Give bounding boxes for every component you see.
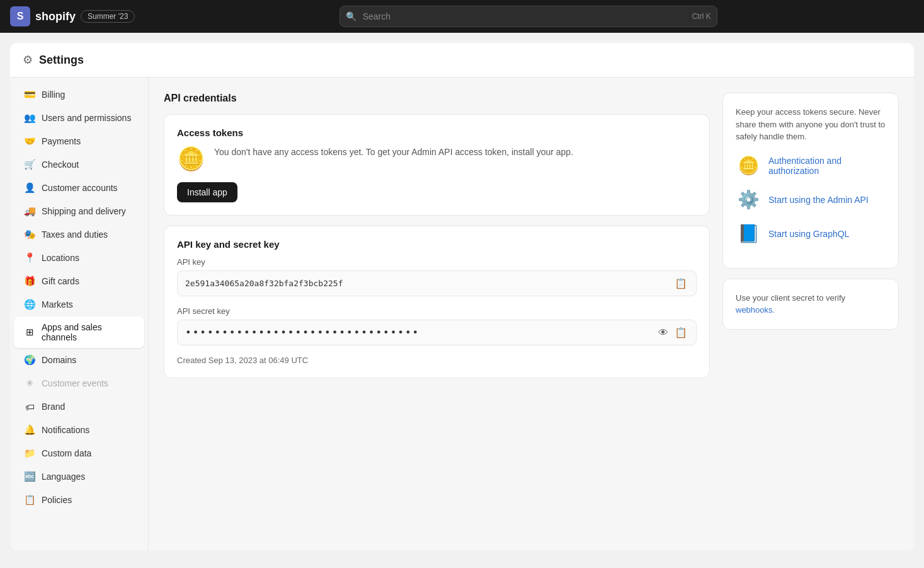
sidebar-item-users[interactable]: 👥Users and permissions — [14, 107, 144, 129]
sidebar-icon-domains: 🌍 — [24, 354, 35, 366]
webhook-link[interactable]: webhooks. — [736, 305, 775, 315]
sidebar-item-locations[interactable]: 📍Locations — [14, 246, 144, 269]
shopify-logo-icon: S — [10, 6, 30, 26]
sidebar-item-notifications[interactable]: 🔔Notifications — [14, 419, 144, 441]
resource-link-3[interactable]: Start using GraphQL — [768, 229, 849, 239]
section-title: API credentials — [164, 93, 710, 104]
sidebar-label-custom-data: Custom data — [42, 448, 91, 458]
topbar: S shopify Summer '23 🔍 Ctrl K — [0, 0, 924, 33]
search-input[interactable] — [339, 6, 717, 27]
api-secret-row: •••••••••••••••••••••••••••••••• 👁 📋 — [177, 320, 697, 345]
content-left: API credentials Access tokens 🪙 You don'… — [164, 93, 710, 535]
summer-badge: Summer '23 — [81, 10, 135, 23]
token-message: You don't have any access tokens yet. To… — [214, 146, 573, 159]
sidebar-icon-custom-data: 📁 — [24, 448, 35, 459]
shopify-logo: S shopify Summer '23 — [10, 6, 135, 26]
api-secret-value: •••••••••••••••••••••••••••••••• — [185, 327, 652, 339]
sidebar-icon-apps: ⊞ — [24, 327, 35, 338]
sidebar-item-policies[interactable]: 📋Policies — [14, 489, 144, 511]
sidebar-item-payments[interactable]: 🤝Payments — [14, 130, 144, 153]
main-content: API credentials Access tokens 🪙 You don'… — [149, 78, 914, 550]
page-wrapper: ⚙ Settings 💳Billing👥Users and permission… — [0, 33, 924, 568]
resource-link-2[interactable]: Start using the Admin API — [768, 195, 869, 205]
sidebar-item-customer-accounts[interactable]: 👤Customer accounts — [14, 177, 144, 199]
api-key-card: API key and secret key API key 2e591a340… — [164, 226, 710, 378]
sidebar-label-taxes: Taxes and duties — [42, 229, 108, 240]
sidebar-label-customer-accounts: Customer accounts — [42, 183, 118, 193]
sidebar-item-markets[interactable]: 🌐Markets — [14, 293, 144, 316]
sidebar-icon-policies: 📋 — [24, 494, 35, 506]
settings-container: ⚙ Settings 💳Billing👥Users and permission… — [10, 43, 914, 550]
created-date: Created Sep 13, 2023 at 06:49 UTC — [177, 356, 697, 365]
settings-header: ⚙ Settings — [10, 43, 914, 78]
install-app-button[interactable]: Install app — [177, 182, 237, 202]
sidebar-item-custom-data[interactable]: 📁Custom data — [14, 442, 144, 465]
resource-icon-1: 🪙 — [736, 153, 761, 178]
sidebar-icon-brand: 🏷 — [24, 401, 35, 412]
settings-body: 💳Billing👥Users and permissions🤝Payments🛒… — [10, 78, 914, 550]
sidebar-label-markets: Markets — [42, 299, 73, 310]
sidebar-item-gift-cards[interactable]: 🎁Gift cards — [14, 270, 144, 293]
search-bar: 🔍 Ctrl K — [339, 6, 717, 27]
sidebar-icon-payments: 🤝 — [24, 136, 35, 147]
sidebar-label-notifications: Notifications — [42, 425, 89, 435]
sidebar-icon-shipping: 🚚 — [24, 206, 35, 217]
sidebar-label-policies: Policies — [42, 495, 72, 505]
sidebar-icon-users: 👥 — [24, 112, 35, 124]
sidebar-icon-taxes: 🎭 — [24, 229, 35, 240]
sidebar-item-languages[interactable]: 🔤Languages — [14, 465, 144, 488]
sidebar: 💳Billing👥Users and permissions🤝Payments🛒… — [10, 78, 149, 550]
access-token-empty: 🪙 You don't have any access tokens yet. … — [177, 146, 697, 172]
sidebar-label-gift-cards: Gift cards — [42, 276, 79, 286]
copy-api-key-button[interactable]: 📋 — [673, 276, 688, 291]
reveal-secret-button[interactable]: 👁 — [657, 325, 670, 340]
sidebar-item-taxes[interactable]: 🎭Taxes and duties — [14, 223, 144, 246]
resource-item-3: 📘 Start using GraphQL — [736, 221, 886, 246]
content-right: Keep your access tokens secure. Never sh… — [722, 93, 899, 535]
api-key-actions: 📋 — [673, 276, 688, 291]
resource-item-1: 🪙 Authentication and authorization — [736, 153, 886, 178]
sidebar-item-apps[interactable]: ⊞Apps and sales channels — [14, 316, 144, 348]
sidebar-item-checkout[interactable]: 🛒Checkout — [14, 153, 144, 176]
sidebar-item-brand[interactable]: 🏷Brand — [14, 395, 144, 418]
access-tokens-title: Access tokens — [177, 127, 697, 138]
webhook-description: Use your client secret to verify webhook… — [736, 292, 886, 316]
sidebar-label-apps: Apps and sales channels — [42, 322, 134, 342]
sidebar-label-shipping: Shipping and delivery — [42, 206, 126, 216]
api-key-label: API key — [177, 257, 697, 267]
webhook-card: Use your client secret to verify webhook… — [722, 279, 899, 330]
sidebar-icon-checkout: 🛒 — [24, 159, 35, 170]
resource-list: 🪙 Authentication and authorization ⚙️ St… — [736, 153, 886, 246]
search-shortcut: Ctrl K — [692, 12, 711, 21]
sidebar-label-checkout: Checkout — [42, 159, 79, 170]
search-icon: 🔍 — [346, 11, 356, 21]
sidebar-item-shipping[interactable]: 🚚Shipping and delivery — [14, 200, 144, 223]
access-tokens-card: Access tokens 🪙 You don't have any acces… — [164, 114, 710, 216]
sidebar-label-languages: Languages — [42, 472, 85, 482]
page-title: Settings — [39, 54, 84, 67]
sidebar-label-brand: Brand — [42, 402, 65, 412]
sidebar-icon-locations: 📍 — [24, 252, 35, 264]
sidebar-item-domains[interactable]: 🌍Domains — [14, 349, 144, 371]
resource-link-1[interactable]: Authentication and authorization — [768, 156, 886, 176]
sidebar-icon-notifications: 🔔 — [24, 424, 35, 436]
sidebar-item-customer-events: ✳Customer events — [14, 372, 144, 395]
api-key-row: 2e591a34065a20a8f32bfa2f3bcb225f 📋 — [177, 270, 697, 296]
sidebar-icon-customer-events: ✳ — [24, 378, 35, 389]
api-secret-label: API secret key — [177, 306, 697, 316]
sidebar-label-locations: Locations — [42, 253, 79, 263]
api-key-card-title: API key and secret key — [177, 239, 697, 250]
sidebar-label-users: Users and permissions — [42, 113, 131, 123]
token-coin-icon: 🪙 — [177, 146, 205, 172]
sidebar-icon-customer-accounts: 👤 — [24, 182, 35, 194]
sidebar-item-billing[interactable]: 💳Billing — [14, 83, 144, 106]
sidebar-label-payments: Payments — [42, 136, 81, 146]
api-secret-actions: 👁 📋 — [657, 325, 688, 340]
resource-item-2: ⚙️ Start using the Admin API — [736, 187, 886, 212]
settings-gear-icon: ⚙ — [23, 53, 33, 67]
resource-icon-3: 📘 — [736, 221, 761, 246]
resources-description: Keep your access tokens secure. Never sh… — [736, 106, 886, 143]
api-key-value: 2e591a34065a20a8f32bfa2f3bcb225f — [185, 279, 668, 288]
copy-secret-button[interactable]: 📋 — [673, 325, 688, 340]
resources-card: Keep your access tokens secure. Never sh… — [722, 93, 899, 269]
